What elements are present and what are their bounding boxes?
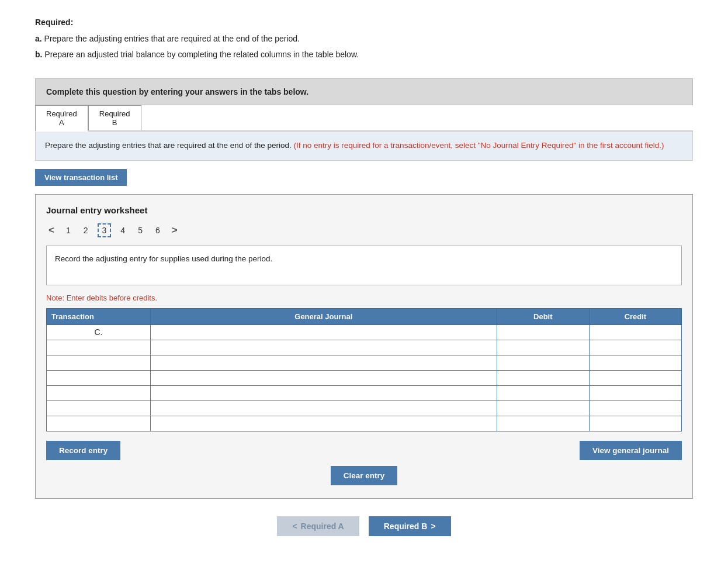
credit-cell[interactable] bbox=[589, 400, 681, 416]
tab-description: Prepare the adjusting entries that are r… bbox=[45, 140, 683, 152]
page-6[interactable]: 6 bbox=[152, 225, 164, 236]
credit-cell[interactable] bbox=[589, 324, 681, 340]
journal-cell[interactable] bbox=[150, 400, 497, 416]
transaction-cell bbox=[47, 370, 151, 385]
prev-required-button[interactable]: < Required A bbox=[277, 516, 359, 536]
journal-input[interactable] bbox=[154, 328, 493, 337]
prev-page-button[interactable]: < bbox=[46, 225, 57, 236]
debit-input[interactable] bbox=[501, 404, 585, 413]
credit-cell[interactable] bbox=[589, 355, 681, 370]
credit-cell[interactable] bbox=[589, 416, 681, 431]
required-heading: Required: bbox=[35, 18, 693, 27]
transaction-cell bbox=[47, 385, 151, 400]
credit-input[interactable] bbox=[593, 419, 678, 428]
instruction-b: b. Prepare an adjusted trial balance by … bbox=[35, 49, 693, 61]
bottom-nav: < Required A Required B > bbox=[35, 516, 693, 536]
journal-cell[interactable] bbox=[150, 416, 497, 431]
table-row bbox=[47, 340, 682, 355]
debit-cell[interactable] bbox=[497, 340, 589, 355]
credit-input[interactable] bbox=[593, 358, 678, 367]
journal-cell[interactable] bbox=[150, 324, 497, 340]
journal-cell[interactable] bbox=[150, 385, 497, 400]
clear-entry-button[interactable]: Clear entry bbox=[331, 466, 398, 485]
journal-worksheet-title: Journal entry worksheet bbox=[46, 205, 682, 215]
debit-input[interactable] bbox=[501, 419, 585, 428]
next-arrow-icon: > bbox=[431, 522, 435, 531]
action-buttons-row: Record entry View general journal bbox=[46, 441, 682, 460]
page-nav: < 1 2 3 4 5 6 > bbox=[46, 223, 682, 237]
debit-cell[interactable] bbox=[497, 324, 589, 340]
credit-input[interactable] bbox=[593, 389, 678, 398]
table-row bbox=[47, 416, 682, 431]
debit-input[interactable] bbox=[501, 328, 585, 337]
tab-required-a[interactable]: RequiredA bbox=[35, 105, 88, 132]
debit-input[interactable] bbox=[501, 358, 585, 367]
page-5[interactable]: 5 bbox=[134, 225, 146, 236]
journal-input[interactable] bbox=[154, 404, 493, 413]
credit-cell[interactable] bbox=[589, 385, 681, 400]
clear-entry-row: Clear entry bbox=[46, 466, 682, 485]
credit-input[interactable] bbox=[593, 328, 678, 337]
journal-cell[interactable] bbox=[150, 355, 497, 370]
table-row bbox=[47, 385, 682, 400]
transaction-cell: C. bbox=[47, 324, 151, 340]
complete-box: Complete this question by entering your … bbox=[35, 78, 693, 105]
journal-input[interactable] bbox=[154, 374, 493, 382]
col-header-credit: Credit bbox=[589, 308, 681, 324]
tabs-container: RequiredA RequiredB bbox=[35, 105, 693, 132]
transaction-cell bbox=[47, 340, 151, 355]
transaction-cell bbox=[47, 400, 151, 416]
col-header-debit: Debit bbox=[497, 308, 589, 324]
journal-input[interactable] bbox=[154, 358, 493, 367]
page-1[interactable]: 1 bbox=[63, 225, 74, 236]
page-4[interactable]: 4 bbox=[117, 225, 129, 236]
tab-required-b[interactable]: RequiredB bbox=[88, 105, 141, 130]
record-entry-button[interactable]: Record entry bbox=[46, 441, 120, 460]
tab-content-area: Prepare the adjusting entries that are r… bbox=[35, 132, 693, 161]
debit-input[interactable] bbox=[501, 343, 585, 352]
next-required-button[interactable]: Required B > bbox=[369, 516, 451, 536]
entry-description-box: Record the adjusting entry for supplies … bbox=[46, 246, 682, 285]
view-transaction-list-button[interactable]: View transaction list bbox=[35, 169, 127, 186]
view-general-journal-button[interactable]: View general journal bbox=[580, 441, 682, 460]
journal-input[interactable] bbox=[154, 343, 493, 352]
journal-cell[interactable] bbox=[150, 370, 497, 385]
table-row: C. bbox=[47, 324, 682, 340]
page-3-active[interactable]: 3 bbox=[98, 223, 112, 237]
table-row bbox=[47, 370, 682, 385]
instructions: a. Prepare the adjusting entries that ar… bbox=[35, 33, 693, 61]
table-row bbox=[47, 400, 682, 416]
credit-input[interactable] bbox=[593, 374, 678, 382]
col-header-general-journal: General Journal bbox=[150, 308, 497, 324]
debit-cell[interactable] bbox=[497, 355, 589, 370]
prev-arrow-icon: < bbox=[292, 522, 297, 531]
debit-input[interactable] bbox=[501, 389, 585, 398]
debit-cell[interactable] bbox=[497, 400, 589, 416]
debit-input[interactable] bbox=[501, 374, 585, 382]
transaction-cell bbox=[47, 355, 151, 370]
credit-input[interactable] bbox=[593, 343, 678, 352]
transaction-cell bbox=[47, 416, 151, 431]
col-header-transaction: Transaction bbox=[47, 308, 151, 324]
credit-cell[interactable] bbox=[589, 370, 681, 385]
debit-cell[interactable] bbox=[497, 416, 589, 431]
journal-worksheet-box: Journal entry worksheet < 1 2 3 4 5 6 > … bbox=[35, 194, 693, 499]
journal-table: Transaction General Journal Debit Credit… bbox=[46, 308, 682, 431]
page-2[interactable]: 2 bbox=[80, 225, 92, 236]
debit-cell[interactable] bbox=[497, 370, 589, 385]
journal-cell[interactable] bbox=[150, 340, 497, 355]
credit-input[interactable] bbox=[593, 404, 678, 413]
next-page-button[interactable]: > bbox=[169, 225, 180, 236]
table-row bbox=[47, 355, 682, 370]
credit-cell[interactable] bbox=[589, 340, 681, 355]
journal-input[interactable] bbox=[154, 419, 493, 428]
complete-box-text: Complete this question by entering your … bbox=[46, 87, 682, 96]
note-text: Note: Enter debits before credits. bbox=[46, 294, 682, 302]
journal-input[interactable] bbox=[154, 389, 493, 398]
instruction-a: a. Prepare the adjusting entries that ar… bbox=[35, 33, 693, 45]
debit-cell[interactable] bbox=[497, 385, 589, 400]
